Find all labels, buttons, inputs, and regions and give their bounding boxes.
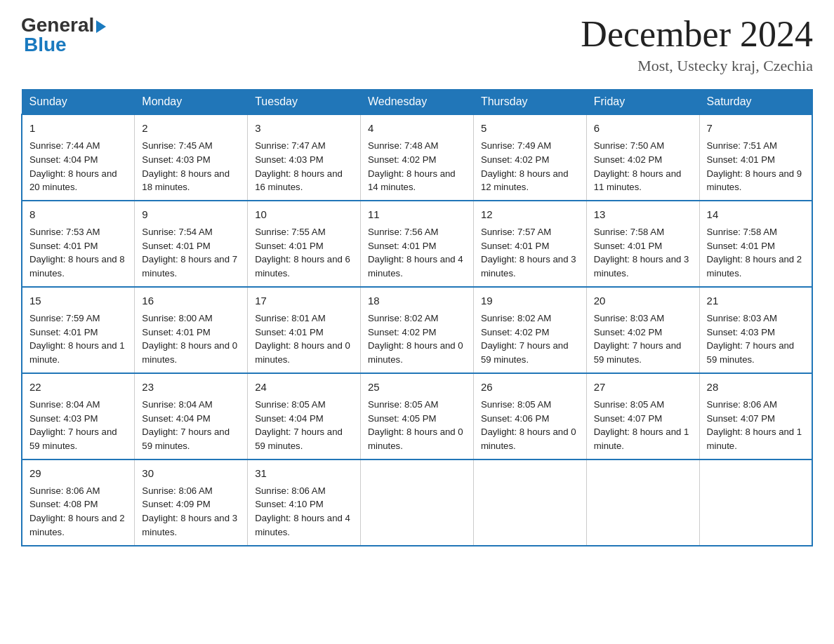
- calendar-day-cell: [586, 459, 699, 546]
- calendar-day-cell: 23Sunrise: 8:04 AMSunset: 4:04 PMDayligh…: [135, 373, 248, 459]
- page-header: General Blue December 2024 Most, Ustecky…: [21, 14, 813, 75]
- calendar-week-row: 1Sunrise: 7:44 AMSunset: 4:04 PMDaylight…: [22, 114, 812, 201]
- location-subtitle: Most, Ustecky kraj, Czechia: [581, 57, 813, 75]
- day-number: 26: [481, 380, 579, 395]
- logo-arrow-icon: [96, 20, 106, 33]
- title-block: December 2024 Most, Ustecky kraj, Czechi…: [581, 14, 813, 75]
- calendar-day-cell: 25Sunrise: 8:05 AMSunset: 4:05 PMDayligh…: [361, 373, 474, 459]
- day-info: Sunrise: 8:06 AMSunset: 4:07 PMDaylight:…: [707, 399, 802, 451]
- calendar-day-cell: 28Sunrise: 8:06 AMSunset: 4:07 PMDayligh…: [699, 373, 812, 459]
- day-of-week-header: Thursday: [473, 90, 586, 115]
- calendar-day-cell: 2Sunrise: 7:45 AMSunset: 4:03 PMDaylight…: [135, 114, 248, 201]
- day-info: Sunrise: 8:06 AMSunset: 4:10 PMDaylight:…: [255, 485, 350, 537]
- day-number: 16: [142, 293, 240, 309]
- day-info: Sunrise: 7:55 AMSunset: 4:01 PMDaylight:…: [255, 227, 350, 279]
- day-number: 9: [142, 207, 240, 222]
- day-info: Sunrise: 8:03 AMSunset: 4:02 PMDaylight:…: [594, 313, 682, 365]
- day-info: Sunrise: 7:45 AMSunset: 4:03 PMDaylight:…: [142, 140, 230, 192]
- day-number: 22: [29, 380, 127, 395]
- day-number: 5: [481, 121, 579, 136]
- day-number: 3: [255, 121, 353, 136]
- day-number: 27: [594, 380, 692, 395]
- day-info: Sunrise: 8:05 AMSunset: 4:07 PMDaylight:…: [594, 399, 689, 451]
- calendar-day-cell: 4Sunrise: 7:48 AMSunset: 4:02 PMDaylight…: [361, 114, 474, 201]
- day-number: 30: [142, 466, 240, 481]
- day-number: 13: [594, 207, 692, 222]
- day-number: 4: [368, 121, 466, 136]
- day-info: Sunrise: 8:04 AMSunset: 4:03 PMDaylight:…: [29, 399, 117, 451]
- calendar-day-cell: 17Sunrise: 8:01 AMSunset: 4:01 PMDayligh…: [248, 287, 361, 373]
- day-info: Sunrise: 7:44 AMSunset: 4:04 PMDaylight:…: [29, 140, 117, 192]
- day-of-week-header: Sunday: [22, 90, 135, 115]
- calendar-header-row: SundayMondayTuesdayWednesdayThursdayFrid…: [22, 90, 812, 115]
- day-of-week-header: Friday: [586, 90, 699, 115]
- calendar-day-cell: 29Sunrise: 8:06 AMSunset: 4:08 PMDayligh…: [22, 459, 135, 546]
- calendar-week-row: 15Sunrise: 7:59 AMSunset: 4:01 PMDayligh…: [22, 287, 812, 373]
- day-number: 14: [707, 207, 805, 222]
- calendar-day-cell: 31Sunrise: 8:06 AMSunset: 4:10 PMDayligh…: [248, 459, 361, 546]
- calendar-day-cell: 24Sunrise: 8:05 AMSunset: 4:04 PMDayligh…: [248, 373, 361, 459]
- day-number: 20: [594, 293, 692, 309]
- day-number: 12: [481, 207, 579, 222]
- calendar-day-cell: 16Sunrise: 8:00 AMSunset: 4:01 PMDayligh…: [135, 287, 248, 373]
- calendar-day-cell: 13Sunrise: 7:58 AMSunset: 4:01 PMDayligh…: [586, 201, 699, 287]
- calendar-day-cell: 10Sunrise: 7:55 AMSunset: 4:01 PMDayligh…: [248, 201, 361, 287]
- day-info: Sunrise: 7:51 AMSunset: 4:01 PMDaylight:…: [707, 140, 802, 192]
- day-number: 1: [29, 121, 127, 136]
- calendar-day-cell: [473, 459, 586, 546]
- day-info: Sunrise: 7:56 AMSunset: 4:01 PMDaylight:…: [368, 227, 463, 279]
- day-info: Sunrise: 8:01 AMSunset: 4:01 PMDaylight:…: [255, 313, 350, 365]
- day-of-week-header: Saturday: [699, 90, 812, 115]
- month-year-title: December 2024: [581, 14, 813, 54]
- calendar-day-cell: 3Sunrise: 7:47 AMSunset: 4:03 PMDaylight…: [248, 114, 361, 201]
- day-number: 2: [142, 121, 240, 136]
- day-number: 6: [594, 121, 692, 136]
- day-number: 25: [368, 380, 466, 395]
- calendar-day-cell: 26Sunrise: 8:05 AMSunset: 4:06 PMDayligh…: [473, 373, 586, 459]
- calendar-day-cell: 7Sunrise: 7:51 AMSunset: 4:01 PMDaylight…: [699, 114, 812, 201]
- day-number: 19: [481, 293, 579, 309]
- calendar-day-cell: 22Sunrise: 8:04 AMSunset: 4:03 PMDayligh…: [22, 373, 135, 459]
- day-info: Sunrise: 8:05 AMSunset: 4:05 PMDaylight:…: [368, 399, 463, 451]
- day-info: Sunrise: 8:02 AMSunset: 4:02 PMDaylight:…: [368, 313, 463, 365]
- day-number: 8: [29, 207, 127, 222]
- day-number: 21: [707, 293, 805, 309]
- logo: General Blue: [21, 14, 106, 56]
- calendar-day-cell: 12Sunrise: 7:57 AMSunset: 4:01 PMDayligh…: [473, 201, 586, 287]
- day-number: 31: [255, 466, 353, 481]
- day-number: 28: [707, 380, 805, 395]
- day-info: Sunrise: 8:03 AMSunset: 4:03 PMDaylight:…: [707, 313, 795, 365]
- day-number: 17: [255, 293, 353, 309]
- day-info: Sunrise: 7:57 AMSunset: 4:01 PMDaylight:…: [481, 227, 576, 279]
- day-number: 7: [707, 121, 805, 136]
- day-info: Sunrise: 7:58 AMSunset: 4:01 PMDaylight:…: [594, 227, 689, 279]
- day-info: Sunrise: 7:48 AMSunset: 4:02 PMDaylight:…: [368, 140, 456, 192]
- logo-blue-text: Blue: [21, 34, 67, 56]
- calendar-day-cell: 27Sunrise: 8:05 AMSunset: 4:07 PMDayligh…: [586, 373, 699, 459]
- calendar-day-cell: 6Sunrise: 7:50 AMSunset: 4:02 PMDaylight…: [586, 114, 699, 201]
- day-info: Sunrise: 8:02 AMSunset: 4:02 PMDaylight:…: [481, 313, 569, 365]
- day-number: 10: [255, 207, 353, 222]
- calendar-day-cell: 18Sunrise: 8:02 AMSunset: 4:02 PMDayligh…: [361, 287, 474, 373]
- day-info: Sunrise: 7:49 AMSunset: 4:02 PMDaylight:…: [481, 140, 569, 192]
- calendar-day-cell: 8Sunrise: 7:53 AMSunset: 4:01 PMDaylight…: [22, 201, 135, 287]
- day-number: 29: [29, 466, 127, 481]
- day-of-week-header: Monday: [135, 90, 248, 115]
- calendar-day-cell: [361, 459, 474, 546]
- calendar-day-cell: [699, 459, 812, 546]
- day-of-week-header: Tuesday: [248, 90, 361, 115]
- day-number: 24: [255, 380, 353, 395]
- calendar-day-cell: 30Sunrise: 8:06 AMSunset: 4:09 PMDayligh…: [135, 459, 248, 546]
- day-info: Sunrise: 7:58 AMSunset: 4:01 PMDaylight:…: [707, 227, 802, 279]
- day-number: 23: [142, 380, 240, 395]
- day-info: Sunrise: 7:47 AMSunset: 4:03 PMDaylight:…: [255, 140, 343, 192]
- day-info: Sunrise: 7:59 AMSunset: 4:01 PMDaylight:…: [29, 313, 125, 365]
- day-info: Sunrise: 8:05 AMSunset: 4:06 PMDaylight:…: [481, 399, 576, 451]
- calendar-day-cell: 21Sunrise: 8:03 AMSunset: 4:03 PMDayligh…: [699, 287, 812, 373]
- calendar-day-cell: 1Sunrise: 7:44 AMSunset: 4:04 PMDaylight…: [22, 114, 135, 201]
- day-info: Sunrise: 7:50 AMSunset: 4:02 PMDaylight:…: [594, 140, 682, 192]
- day-info: Sunrise: 8:04 AMSunset: 4:04 PMDaylight:…: [142, 399, 230, 451]
- calendar-table: SundayMondayTuesdayWednesdayThursdayFrid…: [21, 89, 813, 546]
- calendar-day-cell: 19Sunrise: 8:02 AMSunset: 4:02 PMDayligh…: [473, 287, 586, 373]
- calendar-day-cell: 5Sunrise: 7:49 AMSunset: 4:02 PMDaylight…: [473, 114, 586, 201]
